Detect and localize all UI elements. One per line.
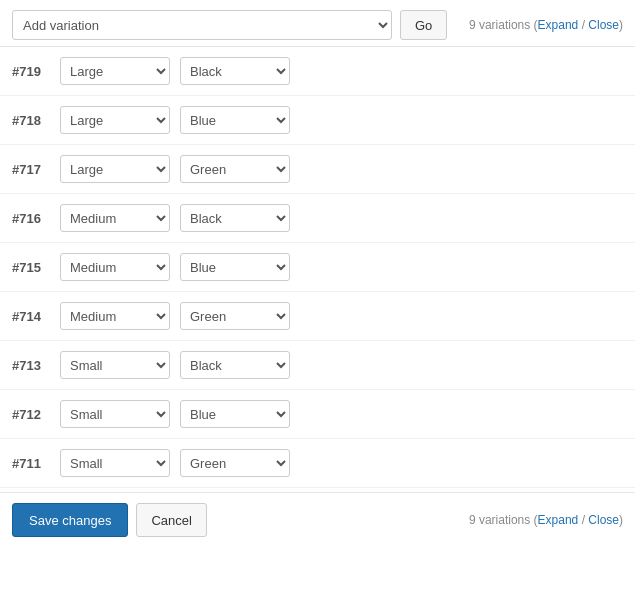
variation-row: #716LargeMediumSmallBlackBlueGreen [0, 194, 635, 243]
color-select[interactable]: BlackBlueGreen [180, 57, 290, 85]
top-bar-left: Add variation Go [12, 10, 447, 40]
bottom-bar-left: Save changes Cancel [12, 503, 207, 537]
variations-list: #719LargeMediumSmallBlackBlueGreen#718La… [0, 47, 635, 488]
variation-id: #712 [12, 407, 50, 422]
color-select[interactable]: BlackBlueGreen [180, 400, 290, 428]
size-select[interactable]: LargeMediumSmall [60, 57, 170, 85]
variation-row: #713LargeMediumSmallBlackBlueGreen [0, 341, 635, 390]
go-button[interactable]: Go [400, 10, 447, 40]
size-select[interactable]: LargeMediumSmall [60, 449, 170, 477]
variation-id: #717 [12, 162, 50, 177]
variation-row: #719LargeMediumSmallBlackBlueGreen [0, 47, 635, 96]
expand-link-bottom[interactable]: Expand [538, 513, 579, 527]
variation-id: #716 [12, 211, 50, 226]
variation-id: #711 [12, 456, 50, 471]
expand-link-top[interactable]: Expand [538, 18, 579, 32]
variations-count-bottom: 9 variations (Expand / Close) [469, 513, 623, 527]
color-select[interactable]: BlackBlueGreen [180, 204, 290, 232]
top-bar: Add variation Go 9 variations (Expand / … [0, 0, 635, 47]
variation-row: #714LargeMediumSmallBlackBlueGreen [0, 292, 635, 341]
variation-row: #718LargeMediumSmallBlackBlueGreen [0, 96, 635, 145]
variation-row: #712LargeMediumSmallBlackBlueGreen [0, 390, 635, 439]
variation-id: #713 [12, 358, 50, 373]
close-link-top[interactable]: Close [588, 18, 619, 32]
variation-id: #718 [12, 113, 50, 128]
variation-row: #715LargeMediumSmallBlackBlueGreen [0, 243, 635, 292]
variations-count-top: 9 variations (Expand / Close) [469, 18, 623, 32]
variation-row: #717LargeMediumSmallBlackBlueGreen [0, 145, 635, 194]
color-select[interactable]: BlackBlueGreen [180, 155, 290, 183]
color-select[interactable]: BlackBlueGreen [180, 302, 290, 330]
variation-id: #715 [12, 260, 50, 275]
add-variation-select[interactable]: Add variation [12, 10, 392, 40]
color-select[interactable]: BlackBlueGreen [180, 253, 290, 281]
size-select[interactable]: LargeMediumSmall [60, 204, 170, 232]
size-select[interactable]: LargeMediumSmall [60, 155, 170, 183]
size-select[interactable]: LargeMediumSmall [60, 302, 170, 330]
color-select[interactable]: BlackBlueGreen [180, 449, 290, 477]
size-select[interactable]: LargeMediumSmall [60, 400, 170, 428]
close-link-bottom[interactable]: Close [588, 513, 619, 527]
size-select[interactable]: LargeMediumSmall [60, 106, 170, 134]
variation-id: #719 [12, 64, 50, 79]
bottom-bar: Save changes Cancel 9 variations (Expand… [0, 492, 635, 547]
size-select[interactable]: LargeMediumSmall [60, 351, 170, 379]
variation-id: #714 [12, 309, 50, 324]
save-button[interactable]: Save changes [12, 503, 128, 537]
size-select[interactable]: LargeMediumSmall [60, 253, 170, 281]
color-select[interactable]: BlackBlueGreen [180, 351, 290, 379]
color-select[interactable]: BlackBlueGreen [180, 106, 290, 134]
cancel-button[interactable]: Cancel [136, 503, 206, 537]
variation-row: #711LargeMediumSmallBlackBlueGreen [0, 439, 635, 488]
